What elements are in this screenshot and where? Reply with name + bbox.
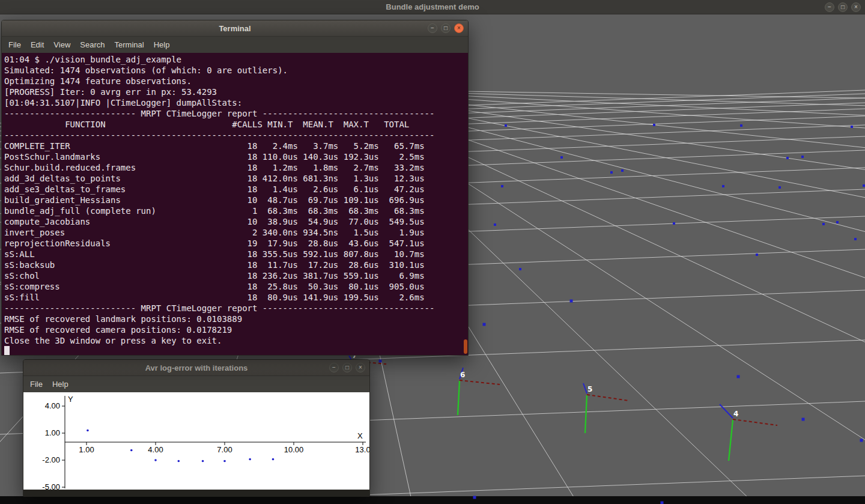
main-window-title: Bundle adjustment demo [386,2,479,11]
terminal-menu-search[interactable]: Search [75,37,109,52]
minimize-icon: − [330,363,338,372]
plot-menu-help[interactable]: Help [47,377,73,392]
camera-axis-x [460,380,500,384]
landmark-point [483,323,486,326]
landmark-point [822,223,825,225]
landmark-point [379,360,382,363]
landmark-point [570,300,573,303]
main-window-titlebar[interactable]: Bundle adjustment demo −□× [0,0,865,14]
plot-close-button[interactable]: × [356,363,365,372]
landmark-point [860,439,863,442]
data-point [86,430,89,432]
plot-window: Avr log-error with iterations −□× FileHe… [23,359,370,496]
terminal-menu-help[interactable]: Help [149,37,175,52]
camera-axis-y [729,420,733,461]
x-tick-label: 7.00 [217,445,232,454]
main-minimize-button[interactable]: − [825,2,834,12]
x-axis-label: X [357,431,363,440]
data-point [178,460,180,463]
y-tick-label: 1.00 [45,428,60,437]
landmark-point [505,124,507,127]
minimize-icon: − [428,24,437,32]
plot-menu-file[interactable]: File [25,377,47,392]
x-tick-label: 13.0 [355,445,369,454]
terminal-menu-edit[interactable]: Edit [26,37,49,52]
x-tick-label: 1.00 [79,445,94,454]
plot-maximize-button[interactable]: □ [342,363,352,372]
landmark-point [653,124,655,126]
landmark-point [778,186,781,189]
main-window-controls: −□× [825,2,861,12]
terminal-cursor [4,346,10,355]
landmark-point [473,496,476,499]
terminal-menu-terminal[interactable]: Terminal [110,37,149,52]
data-point [130,449,133,452]
y-axis-label: Y [68,395,73,404]
data-point [272,458,275,461]
terminal-menu-view[interactable]: View [49,37,75,52]
camera-frames: 7654 [347,351,777,461]
terminal-body[interactable]: 01:04 $ ./vision_bundle_adj_example Simu… [2,53,468,355]
landmark-point [801,156,804,158]
close-icon: × [455,24,463,32]
data-point [202,460,204,463]
data-point [223,460,226,463]
landmark-point [722,185,724,187]
camera-frame-4: 4 [720,404,777,461]
terminal-titlebar[interactable]: Terminal −□× [2,20,468,37]
y-tick-label: -5.00 [42,482,60,490]
plot-window-controls: −□× [329,363,365,372]
plot-minimize-button[interactable]: − [329,363,339,372]
landmark-point [851,126,853,128]
camera-label: 4 [733,410,738,418]
y-tick-label: 4.00 [45,401,60,410]
camera-axis-x [733,419,777,425]
landmark-point [610,171,613,174]
main-maximize-button[interactable]: □ [838,2,848,12]
landmark-point [661,502,664,504]
landmark-point [737,375,740,378]
maximize-icon: □ [442,24,450,32]
landmark-point [560,156,563,159]
desktop: { "colors": { "desktop_bg": "#5e5e5e", "… [0,0,865,504]
log-error-chart: YX1.004.007.0010.0013.04.001.00-2.00-5.0… [23,392,369,490]
x-tick-label: 10.00 [284,445,304,454]
landmark-point [501,185,503,187]
landmark-point [863,184,865,187]
terminal-menu-file[interactable]: File [4,37,26,52]
close-icon: × [852,3,860,11]
landmark-point [854,238,857,240]
maximize-icon: □ [343,363,351,372]
terminal-maximize-button[interactable]: □ [441,23,451,33]
plot-menubar: FileHelp [23,376,369,392]
landmark-point [621,169,624,172]
landmark-point [836,221,839,223]
camera-frame-5: 5 [583,383,629,433]
camera-axis-y [585,395,587,433]
terminal-window: Terminal −□× FileEditViewSearchTerminalH… [1,20,469,356]
camera-axis-z [583,383,587,393]
camera-frame-6: 6 [458,368,500,415]
plot-titlebar[interactable]: Avr log-error with iterations −□× [23,360,369,376]
terminal-minimize-button[interactable]: − [428,23,437,33]
close-icon: × [356,363,365,372]
camera-label: 6 [460,371,465,379]
maximize-icon: □ [839,3,847,11]
camera-label: 5 [587,385,592,393]
landmark-point [740,124,742,127]
terminal-menubar: FileEditViewSearchTerminalHelp [2,37,468,53]
data-point [154,459,157,461]
landmark-point [673,222,675,225]
landmark-point [519,268,521,270]
data-point [249,458,251,461]
terminal-window-controls: −□× [428,23,464,33]
landmark-point [802,418,805,421]
camera-axis-y [458,381,460,415]
terminal-output: 01:04 $ ./vision_bundle_adj_example Simu… [2,53,468,346]
terminal-close-button[interactable]: × [454,23,464,33]
landmark-point [786,157,789,159]
plot-title: Avr log-error with iterations [145,363,248,372]
main-close-button[interactable]: × [851,2,861,12]
terminal-scrollbar[interactable] [464,339,467,354]
terminal-title: Terminal [219,24,250,33]
